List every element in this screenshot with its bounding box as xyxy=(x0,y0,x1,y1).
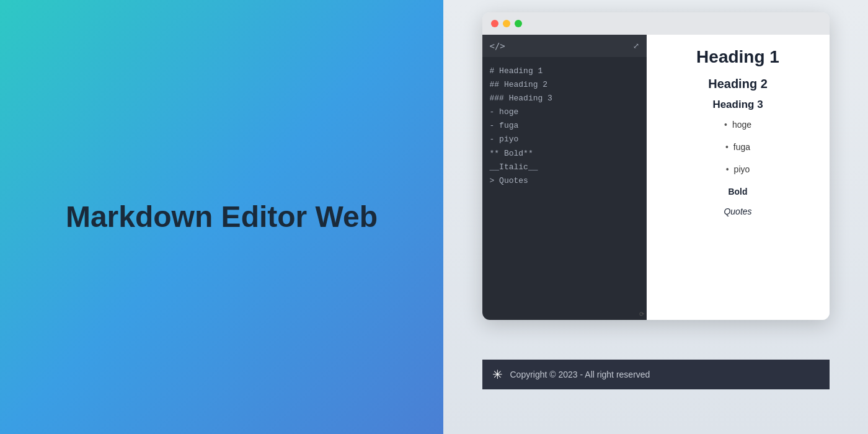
traffic-light-yellow[interactable] xyxy=(503,20,510,27)
editor-toolbar: </> ⤢ xyxy=(482,35,647,57)
preview-pane: Heading 1 Heading 2 Heading 3 hoge fuga … xyxy=(647,35,830,320)
preview-h3: Heading 3 xyxy=(662,99,815,111)
editor-textarea-area[interactable]: # Heading 1 ## Heading 2 ### Heading 3 -… xyxy=(482,57,647,320)
list-item-piyo: piyo xyxy=(662,164,815,174)
editor-code: # Heading 1 ## Heading 2 ### Heading 3 -… xyxy=(490,64,639,188)
right-panel: </> ⤢ # Heading 1 ## Heading 2 ### Headi… xyxy=(443,0,868,434)
traffic-light-green[interactable] xyxy=(515,20,522,27)
footer-icon: ✳ xyxy=(492,367,503,382)
browser-titlebar xyxy=(482,12,830,35)
preview-bold: Bold xyxy=(662,187,815,197)
app-title: Markdown Editor Web xyxy=(66,199,378,235)
expand-icon[interactable]: ⤢ xyxy=(633,42,639,50)
code-icon: </> xyxy=(490,41,505,51)
footer-text: Copyright © 2023 - All right reserved xyxy=(510,370,650,379)
resize-handle[interactable]: ⟳ xyxy=(639,311,644,317)
left-panel: Markdown Editor Web xyxy=(0,0,443,434)
preview-list: hoge fuga piyo xyxy=(662,120,815,174)
editor-pane: </> ⤢ # Heading 1 ## Heading 2 ### Headi… xyxy=(482,35,647,320)
preview-h1: Heading 1 xyxy=(662,47,815,67)
browser-content: </> ⤢ # Heading 1 ## Heading 2 ### Headi… xyxy=(482,35,830,320)
traffic-light-red[interactable] xyxy=(491,20,498,27)
app-footer: ✳ Copyright © 2023 - All right reserved xyxy=(482,360,830,389)
preview-h2: Heading 2 xyxy=(662,77,815,91)
browser-window: </> ⤢ # Heading 1 ## Heading 2 ### Headi… xyxy=(482,12,830,320)
list-item-fuga: fuga xyxy=(662,142,815,152)
preview-italic: Quotes xyxy=(662,206,815,216)
list-item-hoge: hoge xyxy=(662,120,815,130)
